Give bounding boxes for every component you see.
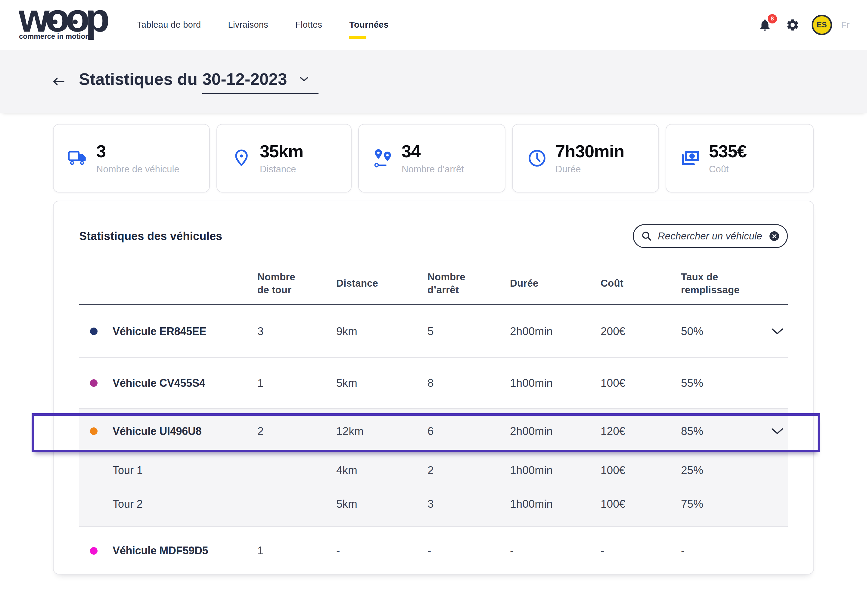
expanded-section: Véhicule UI496U8 2 12km 6 2h00min 120€ 8…: [79, 409, 788, 526]
cell-tours: 1: [257, 377, 336, 390]
money-icon: [680, 150, 701, 167]
collapse-row-button[interactable]: [771, 428, 788, 435]
nav-item-flottes[interactable]: Flottes: [295, 20, 322, 30]
vehicle-dot: [90, 379, 98, 387]
page-title: Statistiques du 30-12-2023: [79, 69, 318, 94]
card-distance: 35km Distance: [216, 124, 352, 193]
nav-menu: Tableau de bord Livraisons Flottes Tourn…: [137, 0, 389, 50]
cell-tours: 1: [257, 544, 336, 557]
cell-stops: 6: [427, 425, 510, 438]
col-tours: Nombre de tour: [257, 270, 336, 296]
stat-value: 35km: [260, 143, 303, 160]
table-row[interactable]: Véhicule UI496U8 2 12km 6 2h00min 120€ 8…: [79, 409, 788, 454]
cell-distance: 5km: [336, 377, 427, 390]
selected-date: 30-12-2023: [202, 69, 287, 89]
search-input[interactable]: [658, 230, 763, 242]
cell-fill: 55%: [681, 377, 771, 390]
table-row[interactable]: Véhicule CV455S4 1 5km 8 1h00min 100€ 55…: [79, 358, 788, 409]
cell-distance: 9km: [336, 325, 427, 338]
cell-stops: 2: [427, 464, 510, 477]
vehicle-name: Véhicule CV455S4: [113, 377, 205, 390]
stat-value: 3: [96, 143, 180, 160]
route-icon: [373, 149, 394, 168]
col-cost: Coût: [601, 277, 681, 290]
cell-duration: 2h00min: [510, 425, 601, 438]
cell-cost: 100€: [601, 464, 681, 477]
cell-duration: -: [510, 544, 601, 557]
cell-fill: 85%: [681, 425, 771, 438]
cell-duration: 2h00min: [510, 325, 601, 338]
woop-logo[interactable]: woop commerce in motion: [19, 2, 121, 49]
back-arrow-icon[interactable]: [53, 76, 65, 87]
cell-cost: -: [601, 544, 681, 557]
col-stops: Nombre d’arrêt: [427, 270, 510, 296]
cell-distance: 5km: [336, 498, 427, 511]
woop-logo-icon: woop commerce in motion: [19, 2, 121, 47]
nav-item-tableau-de-bord[interactable]: Tableau de bord: [137, 20, 201, 30]
cell-fill: -: [681, 544, 771, 557]
vehicle-search[interactable]: [633, 224, 788, 248]
table-row[interactable]: Véhicule ER845EE 3 9km 5 2h00min 200€ 50…: [79, 305, 788, 358]
cell-distance: 4km: [336, 464, 427, 477]
pin-icon: [231, 149, 252, 167]
cell-cost: 120€: [601, 425, 681, 438]
page-title-prefix: Statistiques du: [79, 69, 197, 89]
card-cost: 535€ Coût: [665, 124, 814, 193]
vehicle-dot: [90, 328, 98, 335]
notification-badge: 8: [768, 14, 777, 24]
vehicles-stats-card: Statistiques des véhicules: [53, 201, 814, 575]
clock-icon: [527, 149, 548, 168]
stat-value: 7h30min: [555, 143, 624, 160]
stat-value: 34: [402, 143, 464, 160]
nav-item-tournees[interactable]: Tournées: [349, 20, 389, 30]
top-nav: woop commerce in motion Tableau de bord …: [0, 0, 867, 50]
cell-fill: 25%: [681, 464, 771, 477]
cell-stops: 8: [427, 377, 510, 390]
vehicle-name: Véhicule ER845EE: [113, 325, 206, 338]
chevron-down-icon: [771, 328, 784, 335]
stat-label: Nombre d’arrêt: [402, 165, 464, 174]
cell-tours: 2: [257, 425, 336, 438]
cell-cost: 200€: [601, 325, 681, 338]
cell-duration: 1h00min: [510, 464, 601, 477]
svg-text:commerce in motion: commerce in motion: [19, 32, 90, 40]
card-duration: 7h30min Durée: [512, 124, 659, 193]
tour-row: Tour 2 5km 3 1h00min 100€ 75%: [79, 487, 788, 521]
cell-tours: 3: [257, 325, 336, 338]
chevron-down-icon: [771, 428, 784, 435]
cell-distance: -: [336, 544, 427, 557]
page: woop commerce in motion Tableau de bord …: [0, 0, 867, 616]
page-header-band: Statistiques du 30-12-2023: [0, 50, 867, 113]
truck-icon: [68, 149, 88, 167]
stat-label: Nombre de véhicule: [96, 165, 180, 174]
cell-cost: 100€: [601, 377, 681, 390]
table-header: Nombre de tour Distance Nombre d’arrêt D…: [79, 248, 788, 305]
col-fill-rate: Taux de remplissage: [681, 270, 771, 296]
notifications-button[interactable]: 8: [758, 18, 772, 32]
cell-stops: 3: [427, 498, 510, 511]
avatar[interactable]: ES: [812, 15, 832, 35]
cell-duration: 1h00min: [510, 498, 601, 511]
stat-value: 535€: [709, 143, 747, 160]
gear-icon: [786, 18, 799, 32]
settings-button[interactable]: [786, 18, 799, 32]
stat-label: Distance: [260, 165, 303, 174]
summary-cards: 3 Nombre de véhicule 35km Distance: [53, 124, 814, 193]
chevron-down-icon: [299, 76, 309, 82]
expand-row-button[interactable]: [771, 328, 788, 335]
date-picker[interactable]: 30-12-2023: [202, 69, 318, 94]
language-selector[interactable]: Fr: [841, 20, 850, 30]
card-vehicles: 3 Nombre de véhicule: [53, 124, 210, 193]
cell-fill: 75%: [681, 498, 771, 511]
cell-fill: 50%: [681, 325, 771, 338]
nav-item-livraisons[interactable]: Livraisons: [228, 20, 268, 30]
tour-name: Tour 1: [79, 464, 257, 477]
section-title: Statistiques des véhicules: [79, 230, 222, 243]
table-row[interactable]: Véhicule MDF59D5 1 - - - - -: [79, 526, 788, 575]
card-stops: 34 Nombre d’arrêt: [358, 124, 506, 193]
clear-search-icon[interactable]: [769, 231, 779, 241]
cell-cost: 100€: [601, 498, 681, 511]
cell-stops: -: [427, 544, 510, 557]
vehicle-name: Véhicule UI496U8: [113, 425, 202, 438]
vehicle-dot: [90, 547, 98, 555]
